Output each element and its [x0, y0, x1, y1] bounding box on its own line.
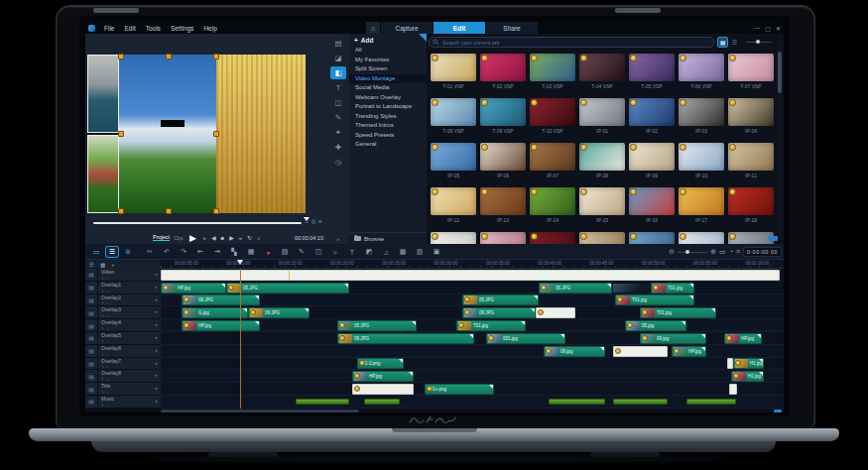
menu-settings[interactable]: Settings: [166, 25, 199, 32]
export-icon[interactable]: ▣: [430, 246, 443, 258]
template-item[interactable]: IP-04: [726, 98, 776, 134]
project-toggle[interactable]: Project: [153, 234, 170, 241]
template-item[interactable]: T-05 VSP: [627, 54, 677, 89]
gallery-scroll-thumb[interactable]: [778, 52, 782, 93]
menu-edit[interactable]: Edit: [119, 25, 140, 32]
timeline-clip[interactable]: [536, 307, 575, 318]
track-lock-icon[interactable]: ●: [155, 373, 158, 378]
category-all[interactable]: All: [349, 46, 427, 56]
timeline-clip[interactable]: 05.jpg: [625, 320, 686, 331]
timeline-clip[interactable]: HP.jpg: [724, 333, 762, 344]
enlarge-icon[interactable]: ⊕: [317, 218, 321, 224]
timeline-clip[interactable]: HP.jpg: [161, 283, 226, 294]
playhead-marker-icon[interactable]: [237, 260, 243, 265]
timeline-clip[interactable]: 001.jpg: [486, 333, 565, 344]
grid-view-button[interactable]: ▦: [717, 37, 728, 48]
timeline-clip[interactable]: H1.jpg: [733, 358, 764, 369]
volume-icon[interactable]: ♪: [257, 235, 260, 241]
home-icon[interactable]: ⌂: [366, 22, 380, 34]
minimize-icon[interactable]: —: [754, 25, 760, 31]
track-header-title[interactable]: ▤Title✎♪●: [85, 383, 161, 396]
track-icon[interactable]: ▥: [413, 246, 427, 258]
slider-handle[interactable]: [756, 40, 760, 44]
thumbnail-size-slider[interactable]: [746, 42, 772, 43]
overlay-tool-icon[interactable]: ◫: [330, 96, 346, 109]
template-item[interactable]: T-04 VSP: [577, 54, 627, 89]
template-item[interactable]: IP-07: [528, 143, 577, 178]
zoom-out-icon[interactable]: ⊖: [669, 248, 675, 256]
template-item[interactable]: IP-13: [478, 187, 528, 223]
timeline-zoom-handle[interactable]: [685, 250, 689, 254]
template-item[interactable]: [478, 232, 528, 244]
template-item[interactable]: IP-06: [478, 143, 528, 178]
title-tool-icon[interactable]: T: [330, 81, 346, 94]
template-item[interactable]: IP-16: [627, 187, 677, 223]
track-header-overlay4[interactable]: ▤Overlay4✎♪●: [85, 319, 161, 332]
template-item[interactable]: IP-02: [627, 98, 677, 134]
track-lock-icon[interactable]: ●: [155, 322, 158, 327]
step-back-icon[interactable]: ◀: [211, 234, 216, 241]
tab-edit[interactable]: Edit: [434, 22, 485, 34]
playhead[interactable]: [240, 269, 241, 409]
ripple-icon[interactable]: ◔: [729, 248, 733, 256]
track-lock-icon[interactable]: ●: [155, 309, 158, 314]
track-lane[interactable]: 08.JPG05.JPGT01.jpg: [161, 294, 784, 307]
menu-help[interactable]: Help: [198, 25, 221, 32]
jump-start-icon[interactable]: «: [203, 235, 206, 241]
clip-toggle[interactable]: Clip: [174, 235, 183, 241]
template-item[interactable]: [528, 232, 577, 244]
track-lock-icon[interactable]: ●: [155, 272, 158, 277]
resize-handle[interactable]: [118, 54, 124, 59]
mixer-icon[interactable]: ≈: [328, 246, 342, 258]
timeline-clip[interactable]: 05.JPG: [539, 283, 612, 294]
music-clip[interactable]: [549, 399, 605, 405]
storyboard-view-button[interactable]: ▭: [89, 246, 103, 258]
scissors-icon[interactable]: ✂: [143, 246, 157, 258]
track-header-music[interactable]: ▤Music✎♪●: [85, 396, 161, 409]
snapshot-icon[interactable]: ▥: [311, 218, 316, 224]
track-lane[interactable]: HP.jpgH2.jpg: [161, 370, 784, 383]
preview-scrubber[interactable]: [93, 222, 302, 224]
template-tool-icon[interactable]: ◧: [330, 66, 346, 79]
timeline-clip[interactable]: HP.jpg: [352, 371, 414, 382]
template-item[interactable]: [677, 232, 726, 244]
template-item[interactable]: T-01 VSP: [429, 54, 478, 89]
mark-icon[interactable]: ▭: [305, 218, 310, 224]
timeline-zoom-slider[interactable]: [678, 252, 707, 253]
template-item[interactable]: [627, 232, 677, 244]
multi-trim-icon[interactable]: ▦: [244, 246, 258, 258]
play-icon[interactable]: ▶: [189, 233, 196, 243]
resize-handle[interactable]: [118, 208, 124, 214]
template-item[interactable]: IP-17: [677, 187, 726, 223]
timeline-clip[interactable]: [161, 270, 780, 281]
template-item[interactable]: T-02 VSP: [478, 54, 528, 89]
timeline-ruler[interactable]: 00:00:05:0000:00:10:0000:00:15:0000:00:2…: [161, 260, 784, 269]
template-item[interactable]: T-06 VSP: [677, 54, 726, 89]
panel-collapse-icon[interactable]: «: [336, 236, 339, 242]
track-header-overlay1[interactable]: ▤Overlay1✎♪●: [85, 282, 161, 294]
track-add-icon[interactable]: +: [111, 262, 114, 268]
resize-handle[interactable]: [213, 54, 219, 59]
template-item[interactable]: IP-12: [429, 187, 478, 223]
template-item[interactable]: IP-03: [677, 98, 726, 134]
track-lane[interactable]: 001+.png: [161, 383, 784, 396]
template-item[interactable]: IP-15: [577, 187, 627, 223]
timeline-view-button[interactable]: ☰: [105, 246, 119, 258]
resize-handle[interactable]: [166, 208, 172, 214]
track-header-overlay5[interactable]: ▤Overlay5✎♪●: [85, 332, 161, 345]
track-menu-icon[interactable]: ☰: [89, 262, 94, 268]
add-category-button[interactable]: + Add: [349, 34, 427, 46]
menu-file[interactable]: File: [99, 25, 119, 32]
record-icon[interactable]: ●: [261, 246, 275, 258]
track-lock-icon[interactable]: ●: [155, 361, 158, 366]
search-input[interactable]: [439, 40, 713, 46]
mark-in-icon[interactable]: ⇤: [193, 246, 207, 258]
subtitle-icon[interactable]: ◫: [311, 246, 325, 258]
chroma-icon[interactable]: ◩: [362, 246, 376, 258]
stop-icon[interactable]: ■: [221, 235, 225, 241]
music-clip[interactable]: [364, 399, 400, 405]
timeline-clip[interactable]: 09.jpg: [640, 333, 706, 344]
template-item[interactable]: T-08 VSP: [429, 98, 478, 134]
track-lock-icon[interactable]: ●: [155, 386, 158, 391]
fit-project-icon[interactable]: ▭: [719, 248, 726, 256]
